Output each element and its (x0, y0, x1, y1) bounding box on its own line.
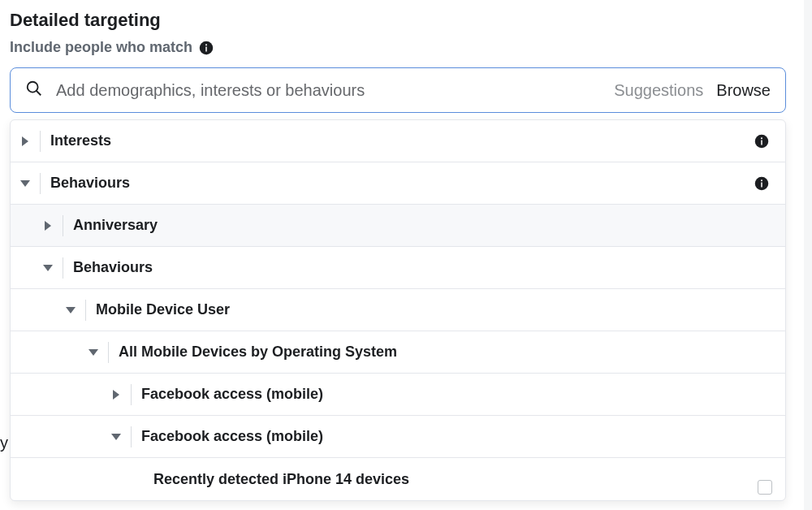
search-input[interactable] (56, 81, 601, 100)
svg-point-10 (761, 179, 762, 181)
tree-row-interests[interactable]: Interests (11, 120, 785, 162)
divider (63, 257, 63, 279)
tree-row-behaviours-nested[interactable]: Behaviours (11, 247, 785, 289)
tree-label-all-mobile-os: All Mobile Devices by Operating System (119, 344, 397, 361)
tree-label-interests: Interests (50, 132, 111, 149)
divider (85, 300, 86, 321)
divider (131, 384, 132, 405)
targeting-search-field[interactable]: Suggestions Browse (10, 67, 786, 113)
targeting-tree-dropdown: Interests Behaviours Anniversary (10, 119, 786, 501)
caret-down-icon[interactable] (56, 307, 85, 313)
vertical-scrollbar[interactable] (804, 0, 812, 510)
subtitle-text: Include people who match (10, 39, 192, 56)
svg-rect-6 (761, 140, 762, 145)
tree-label-iphone14: Recently detected iPhone 14 devices (153, 471, 409, 488)
search-icon (25, 80, 43, 101)
tree-label-behaviours: Behaviours (50, 175, 130, 192)
svg-line-4 (37, 91, 41, 96)
tree-label-behaviours-nested: Behaviours (73, 259, 153, 276)
tree-row-mobile-device-user[interactable]: Mobile Device User (11, 289, 785, 331)
browse-button[interactable]: Browse (716, 81, 771, 100)
divider (40, 173, 41, 194)
tree-label-mobile-device-user: Mobile Device User (96, 301, 230, 318)
caret-right-icon[interactable] (102, 390, 131, 400)
caret-down-icon[interactable] (79, 349, 108, 356)
subtitle-row: Include people who match (10, 39, 786, 56)
divider (131, 426, 132, 447)
tree-row-all-mobile-os[interactable]: All Mobile Devices by Operating System (11, 331, 785, 374)
divider (40, 131, 41, 152)
tree-row-fb-access-mobile-1[interactable]: Facebook access (mobile) (11, 374, 785, 416)
tree-row-iphone14[interactable]: Recently detected iPhone 14 devices (11, 458, 785, 500)
tree-label-fb-access-2: Facebook access (mobile) (141, 428, 323, 445)
tree-label-fb-access-1: Facebook access (mobile) (141, 386, 323, 403)
tree-row-behaviours[interactable]: Behaviours (11, 162, 785, 205)
caret-down-icon[interactable] (33, 265, 63, 271)
info-icon[interactable] (754, 134, 769, 149)
info-icon[interactable] (199, 41, 214, 55)
tree-row-fb-access-mobile-2[interactable]: Facebook access (mobile) (11, 416, 785, 458)
divider (63, 215, 63, 236)
suggestions-button[interactable]: Suggestions (614, 81, 703, 100)
tree-label-anniversary: Anniversary (73, 217, 158, 234)
divider (108, 342, 109, 363)
caret-down-icon[interactable] (11, 180, 40, 187)
caret-right-icon[interactable] (11, 136, 40, 146)
svg-rect-9 (761, 182, 762, 187)
section-title: Detailed targeting (10, 10, 786, 31)
info-icon[interactable] (754, 176, 769, 191)
truncated-text-fragment: y (0, 434, 8, 452)
svg-rect-1 (205, 46, 207, 51)
caret-down-icon[interactable] (102, 434, 131, 440)
svg-point-2 (205, 44, 207, 45)
tree-row-anniversary[interactable]: Anniversary (11, 205, 785, 247)
svg-point-7 (761, 137, 762, 139)
detailed-targeting-panel: Detailed targeting Include people who ma… (0, 0, 796, 510)
svg-point-3 (28, 82, 38, 93)
caret-right-icon[interactable] (33, 221, 63, 231)
checkbox-iphone14[interactable] (758, 480, 772, 495)
